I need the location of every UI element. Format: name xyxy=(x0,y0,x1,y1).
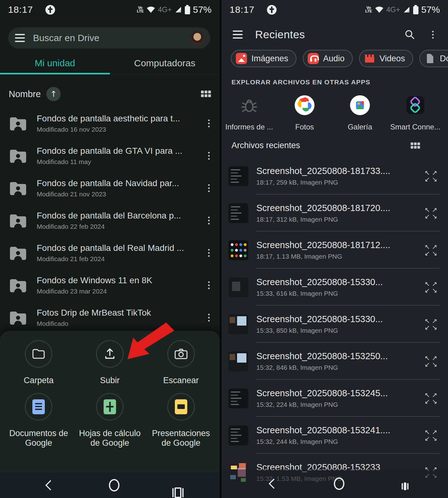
drive-create-sheet: Carpeta Subir xyxy=(0,331,220,472)
recent-file-row[interactable]: Screenshot_20250808-181720.... 18:17, 31… xyxy=(222,195,448,232)
signal-icon xyxy=(175,6,182,13)
sheet-action-label: Carpeta xyxy=(24,376,54,385)
file-modified-date: Modificado xyxy=(37,320,205,327)
expand-icon[interactable]: ↖↗↙↘ xyxy=(424,207,440,220)
file-thumbnail xyxy=(228,240,248,260)
page-title: Recientes xyxy=(255,28,305,41)
drive-file-row[interactable]: Fondos de pantalla del Real Madrid ... M… xyxy=(0,237,220,269)
notification-cross-icon xyxy=(267,5,277,15)
recent-file-row[interactable]: Screenshot_20250808-153241.... 15:32, 24… xyxy=(222,417,448,454)
drive-file-row[interactable]: Fondos de pantalla de Navidad par... Mod… xyxy=(0,172,220,204)
sheet-action[interactable]: Escanear xyxy=(147,340,215,385)
search-icon[interactable] xyxy=(404,29,415,40)
file-menu-icon[interactable] xyxy=(205,249,213,257)
folder-icon xyxy=(32,348,45,359)
recent-file-row[interactable]: Screenshot_20250808-181733.... 18:17, 25… xyxy=(222,157,448,195)
sheet-action[interactable]: Hojas de cálculo de Google xyxy=(76,393,144,448)
expand-icon[interactable]: ↖↗↙↘ xyxy=(424,355,440,368)
screenshot-root: 18:17 VoLTE 4G+ 57% Mi unidad Computador… xyxy=(0,0,448,498)
app-shortcut-label: Informes de ... xyxy=(225,123,273,131)
expand-icon[interactable]: ↖↗↙↘ xyxy=(424,429,440,442)
nav-home-icon[interactable] xyxy=(334,477,344,490)
file-menu-icon[interactable] xyxy=(205,184,213,192)
menu-icon[interactable] xyxy=(233,31,243,39)
tab-computers[interactable]: Computadoras xyxy=(110,58,220,75)
chip-label: Imágenes xyxy=(251,54,288,63)
nav-recents-icon[interactable] xyxy=(404,482,406,490)
drive-search-bar[interactable] xyxy=(8,27,210,49)
drive-file-row[interactable]: Fondos de pantalla aesthetic para t... M… xyxy=(0,107,220,139)
wifi-icon xyxy=(147,6,155,13)
nav-home-icon[interactable] xyxy=(109,479,119,491)
shared-folder-icon xyxy=(9,310,27,325)
file-thumbnail xyxy=(228,166,248,186)
file-meta: 18:17, 1.13 MB, Imagen PNG xyxy=(256,253,424,260)
sheet-action[interactable]: Subir xyxy=(76,340,144,385)
nav-recents-icon[interactable] xyxy=(175,487,181,498)
chip-icon xyxy=(364,53,375,64)
drive-file-row[interactable]: Fondos de pantalla del Barcelona p... Mo… xyxy=(0,204,220,237)
google-file-icon xyxy=(32,399,45,414)
shared-folder-icon xyxy=(9,278,27,292)
file-name: Screenshot_20250808-153250... xyxy=(256,351,424,361)
file-modified-date: Modificado 22 feb 2024 xyxy=(37,223,205,230)
recent-file-row[interactable]: Screenshot_20250808-15330... 15:33, 616 … xyxy=(222,269,448,306)
file-menu-icon[interactable] xyxy=(205,120,213,127)
app-shortcut[interactable]: Informes de ... xyxy=(222,92,277,131)
shared-folder-icon xyxy=(9,148,27,163)
smart-connect-icon xyxy=(405,95,426,116)
file-name: Fondos de pantalla del Barcelona p... xyxy=(37,211,205,221)
sort-direction-button[interactable]: ↑ xyxy=(46,87,61,101)
filter-chip[interactable]: Videos xyxy=(359,50,413,67)
recent-file-row[interactable]: Screenshot_20250808-181712.... 18:17, 1.… xyxy=(222,232,448,269)
expand-icon[interactable]: ↖↗↙↘ xyxy=(424,170,440,183)
sheet-action[interactable]: Documentos de Google xyxy=(4,393,73,448)
menu-icon[interactable] xyxy=(15,34,25,42)
shared-folder-icon xyxy=(9,116,27,130)
expand-icon[interactable]: ↖↗↙↘ xyxy=(424,318,440,331)
sheet-action[interactable]: Presentaciones de Google xyxy=(147,393,215,448)
chip-icon xyxy=(236,53,247,64)
status-bar-left: 18:17 VoLTE 4G+ 57% xyxy=(0,0,220,19)
volte-icon: VoLTE xyxy=(365,6,372,13)
chip-label: Audio xyxy=(323,54,345,63)
recent-file-row[interactable]: Screenshot_20250808-15330... 15:33, 850 … xyxy=(222,306,448,343)
filter-chip[interactable]: Do xyxy=(419,50,448,67)
sort-label[interactable]: Nombre xyxy=(9,89,41,99)
drive-file-row[interactable]: Fondos de pantalla de GTA VI para ... Mo… xyxy=(0,139,220,172)
expand-icon[interactable]: ↖↗↙↘ xyxy=(424,392,440,405)
file-menu-icon[interactable] xyxy=(205,314,213,322)
recent-files-header: Archivos recientes xyxy=(231,141,420,150)
expand-icon[interactable]: ↖↗↙↘ xyxy=(424,281,440,294)
nav-back-icon[interactable] xyxy=(45,480,56,491)
file-menu-icon[interactable] xyxy=(205,281,213,289)
sheet-action-label: Hojas de cálculo de Google xyxy=(76,429,144,448)
drive-file-row[interactable]: Fondos de Windows 11 en 8K Modificado 23… xyxy=(0,269,220,301)
nav-back-icon[interactable] xyxy=(268,478,279,489)
overflow-menu-icon[interactable] xyxy=(429,31,437,39)
filter-chip[interactable]: Imágenes xyxy=(231,50,296,67)
grid-view-icon[interactable] xyxy=(201,91,211,97)
sheet-action[interactable]: Carpeta xyxy=(4,340,73,385)
sort-row: Nombre ↑ xyxy=(9,85,211,103)
app-shortcut[interactable]: Fotos xyxy=(277,92,332,131)
drive-file-row[interactable]: Fotos Drip de MrBeast TikTok Modificado xyxy=(0,301,220,334)
file-meta: 18:17, 259 kB, Imagen PNG xyxy=(256,179,424,186)
app-shortcut[interactable]: Smart Conne... xyxy=(388,92,443,131)
network-type-label: 4G+ xyxy=(386,6,400,14)
filter-chip[interactable]: Audio xyxy=(303,50,353,67)
app-shortcut[interactable]: Galería xyxy=(332,92,388,131)
expand-icon[interactable]: ↖↗↙↘ xyxy=(424,244,440,257)
grid-view-icon[interactable] xyxy=(411,142,420,149)
search-input[interactable] xyxy=(33,33,190,43)
avatar[interactable] xyxy=(190,31,205,45)
recent-file-row[interactable]: Screenshot_20250808-153245... 15:32, 224… xyxy=(222,380,448,417)
shared-folder-icon xyxy=(9,181,27,195)
recent-file-row[interactable]: Screenshot_20250808-153250... 15:32, 846… xyxy=(222,343,448,380)
tab-my-drive[interactable]: Mi unidad xyxy=(0,58,110,75)
notification-cross-icon xyxy=(45,5,55,15)
file-menu-icon[interactable] xyxy=(205,152,213,160)
signal-icon xyxy=(403,6,410,13)
file-menu-icon[interactable] xyxy=(205,217,213,224)
file-thumbnail xyxy=(228,277,248,297)
